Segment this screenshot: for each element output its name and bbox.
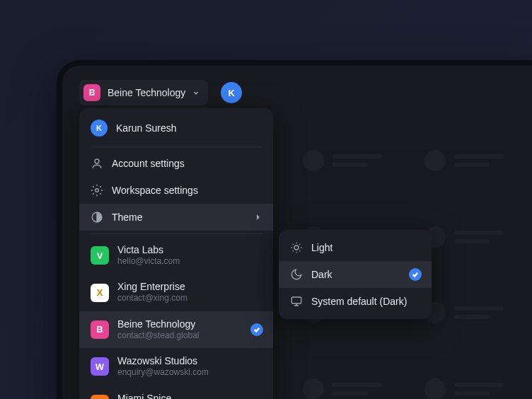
workspace-item-wazowski[interactable]: W Wazowski Studios enquiry@wazowski.com [79, 348, 273, 385]
workspace-info: Xing Enterprise contact@xing.com [117, 281, 262, 303]
workspace-logo: M [91, 395, 109, 399]
workspace-logo: W [91, 357, 109, 376]
workspace-settings-item[interactable]: Workspace settings [79, 177, 273, 204]
workspace-item-beine[interactable]: B Beine Technology contact@stead.global [79, 311, 273, 348]
workspace-info: Beine Technology contact@stead.global [117, 318, 262, 341]
svg-rect-4 [291, 297, 301, 303]
user-profile-item[interactable]: K Karun Suresh [79, 112, 273, 144]
user-avatar[interactable]: K [221, 82, 242, 103]
menu-label: Account settings [112, 158, 185, 169]
workspace-selector[interactable]: B Beine Technology [79, 80, 208, 105]
workspace-email: enquiry@wazowski.com [117, 367, 262, 378]
workspace-name: Beine Technology [108, 87, 185, 98]
workspace-badge: B [83, 84, 100, 101]
chevron-right-icon [255, 214, 262, 221]
divider [91, 233, 262, 234]
svg-point-3 [294, 245, 299, 250]
svg-point-1 [96, 189, 99, 192]
device-frame: B Beine Technology K K Karun Suresh Acco… [57, 60, 532, 399]
theme-label: Light [311, 242, 332, 253]
check-icon [409, 268, 422, 281]
monitor-icon [290, 295, 303, 308]
workspace-title: Xing Enterprise [117, 281, 262, 293]
sun-icon [290, 241, 303, 254]
user-avatar-small: K [91, 120, 108, 137]
user-name: Karun Suresh [116, 122, 177, 134]
workspace-item-victa[interactable]: V Victa Labs hello@victa.com [79, 237, 273, 274]
screen: B Beine Technology K K Karun Suresh Acco… [62, 66, 532, 399]
gear-icon [91, 184, 103, 197]
svg-point-0 [95, 159, 99, 163]
check-icon [250, 323, 263, 336]
workspace-logo: V [91, 246, 109, 265]
user-icon [91, 157, 103, 170]
workspace-logo: B [91, 320, 109, 339]
account-settings-item[interactable]: Account settings [79, 150, 273, 177]
theme-submenu: Light Dark System default (Dark) [279, 230, 432, 319]
workspace-info: Victa Labs hello@victa.com [117, 244, 262, 267]
theme-dark-item[interactable]: Dark [279, 261, 432, 288]
workspace-logo: X [91, 284, 109, 302]
moon-icon [290, 268, 303, 281]
menu-label: Workspace settings [112, 185, 198, 196]
workspace-title: Beine Technology [117, 318, 262, 330]
workspace-email: hello@victa.com [117, 256, 262, 267]
workspace-item-xing[interactable]: X Xing Enterprise contact@xing.com [79, 274, 273, 311]
divider [91, 146, 262, 147]
dropdown-menu: K Karun Suresh Account settings Workspac… [79, 108, 273, 399]
workspace-title: Victa Labs [117, 244, 262, 256]
theme-system-item[interactable]: System default (Dark) [279, 288, 432, 315]
workspace-info: Wazowski Studios enquiry@wazowski.com [117, 355, 262, 378]
chevron-down-icon [192, 89, 200, 96]
theme-label: Dark [311, 269, 332, 280]
workspace-info: Miami Spice james@miamispice.com [117, 393, 262, 399]
menu-label: Theme [112, 212, 143, 223]
workspace-title: Wazowski Studios [117, 355, 262, 367]
contrast-icon [91, 211, 103, 224]
theme-light-item[interactable]: Light [279, 234, 432, 261]
theme-item[interactable]: Theme [79, 204, 273, 231]
workspace-email: contact@xing.com [117, 293, 262, 304]
workspace-item-miami[interactable]: M Miami Spice james@miamispice.com [79, 386, 273, 399]
workspace-title: Miami Spice [117, 393, 262, 399]
workspace-email: contact@stead.global [117, 330, 262, 342]
theme-label: System default (Dark) [311, 296, 407, 307]
